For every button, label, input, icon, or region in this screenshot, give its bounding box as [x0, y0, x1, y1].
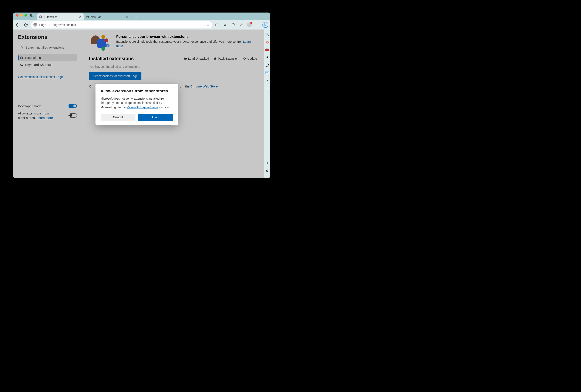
new-tab-button[interactable]: ＋: [133, 14, 139, 20]
rail-hide-icon[interactable]: [265, 161, 269, 165]
bing-icon: b: [262, 22, 268, 28]
allow-other-stores-dialog: ✕ Allow extensions from other stores Mic…: [96, 84, 178, 125]
rail-add-icon[interactable]: ＋: [265, 86, 269, 90]
rail-m365-icon[interactable]: ◯: [265, 63, 269, 67]
window-controls: [15, 14, 29, 19]
tab-divider: [131, 15, 132, 19]
rail-drop-icon[interactable]: ✈: [265, 78, 269, 82]
close-window-button[interactable]: [16, 14, 18, 16]
favorites-icon[interactable]: [222, 22, 228, 28]
avatar-icon: [247, 22, 252, 27]
rail-settings-icon[interactable]: ⚙: [265, 169, 269, 173]
cancel-button[interactable]: Cancel: [100, 114, 136, 121]
page-icon: [86, 15, 89, 18]
browser-essentials-icon[interactable]: [238, 22, 244, 28]
reload-button[interactable]: [23, 22, 29, 28]
minimize-window-button[interactable]: [20, 14, 23, 16]
rail-outlook-icon[interactable]: 📧: [265, 71, 269, 75]
rail-games-icon[interactable]: ♟: [265, 55, 269, 59]
allow-button[interactable]: Allow: [138, 114, 173, 121]
tab-new-tab[interactable]: New Tab ✕: [84, 13, 131, 20]
svg-rect-0: [86, 16, 88, 18]
dialog-title: Allow extensions from other stores: [100, 89, 173, 93]
side-rail: 🔍 🔖 🧰 ♟ ◯ 📧 ✈ ＋ ⚙: [264, 29, 270, 178]
extension-icon: [39, 15, 42, 18]
site-label: Edge: [39, 23, 46, 26]
favorite-icon[interactable]: ☆: [206, 23, 210, 27]
dialog-close-button[interactable]: ✕: [171, 86, 176, 90]
svg-rect-6: [266, 162, 268, 164]
address-bar[interactable]: Edge │ edge://extensions ☆: [31, 21, 212, 28]
profile-button[interactable]: [246, 22, 252, 28]
separator: │: [48, 23, 50, 27]
rail-divider: [265, 157, 269, 157]
rail-tools-icon[interactable]: 🧰: [265, 48, 269, 52]
more-menu-button[interactable]: ⋯: [254, 22, 260, 28]
bing-chat-button[interactable]: b: [262, 22, 268, 28]
collections-icon[interactable]: [230, 22, 236, 28]
maximize-window-button[interactable]: [24, 14, 27, 16]
edge-icon: [34, 23, 37, 27]
toolbar: Edge │ edge://extensions ☆ ⋯ b: [13, 20, 270, 29]
back-button[interactable]: [15, 22, 21, 28]
browser-window: Extensions ✕ New Tab ✕ ＋ Edge │ edge://e…: [13, 12, 270, 178]
dialog-text: Microsoft does not verify extensions ins…: [100, 96, 173, 109]
rail-shopping-icon[interactable]: 🔖: [265, 40, 269, 44]
tab-close-button[interactable]: ✕: [78, 15, 82, 19]
edge-addons-link[interactable]: Microsoft Edge add-ons: [126, 106, 158, 109]
tab-title: Extensions: [44, 15, 58, 18]
tab-close-button[interactable]: ✕: [125, 15, 129, 19]
tab-strip: Extensions ✕ New Tab ✕ ＋: [13, 12, 270, 20]
url-text: edge://extensions: [52, 23, 76, 26]
tab-extensions[interactable]: Extensions ✕: [37, 13, 84, 20]
rail-search-icon[interactable]: 🔍: [265, 32, 269, 36]
tab-title: New Tab: [91, 15, 102, 18]
split-screen-icon[interactable]: [214, 22, 220, 28]
tab-overview-icon[interactable]: [30, 14, 34, 17]
